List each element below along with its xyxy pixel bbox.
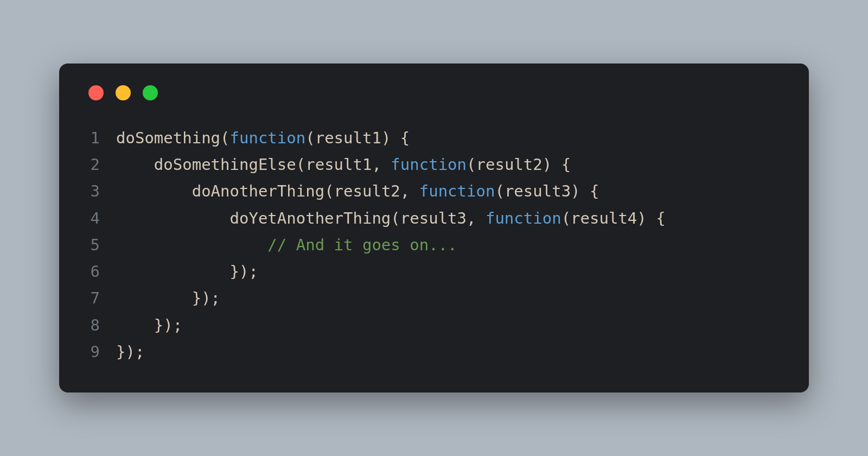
code-line: 1doSomething(function(result1) {	[86, 125, 782, 151]
token-punct: });	[154, 316, 182, 334]
token-punct: ) {	[637, 209, 665, 227]
code-window: 1doSomething(function(result1) {2 doSome…	[59, 64, 809, 393]
line-number: 4	[86, 205, 116, 232]
line-number: 5	[86, 232, 116, 258]
line-content: // And it goes on...	[116, 232, 457, 258]
code-line: 9});	[86, 339, 782, 365]
line-number: 3	[86, 178, 116, 205]
line-number: 1	[86, 125, 116, 151]
token-keyword: function	[419, 182, 495, 200]
token-punct: (	[495, 182, 504, 200]
line-number: 6	[86, 258, 116, 285]
line-number: 7	[86, 285, 116, 312]
line-content: });	[116, 312, 182, 339]
traffic-lights	[86, 85, 782, 100]
token-param: result3	[400, 209, 467, 227]
token-fn: doSomethingElse	[154, 155, 296, 174]
token-punct: ,	[467, 209, 486, 227]
line-content: });	[116, 258, 258, 285]
code-line: 5 // And it goes on...	[86, 232, 782, 258]
token-punct: (	[391, 209, 400, 227]
line-number: 9	[86, 339, 116, 365]
line-content: });	[116, 285, 220, 312]
token-param: result1	[315, 129, 381, 147]
line-number: 8	[86, 312, 116, 339]
token-param: result2	[334, 182, 400, 200]
token-punct: ,	[400, 182, 419, 200]
token-punct: });	[192, 289, 220, 307]
token-punct: (	[467, 155, 476, 174]
token-keyword: function	[486, 209, 561, 227]
token-param: result2	[476, 155, 542, 174]
line-content: doAnotherThing(result2, function(result3…	[116, 178, 599, 205]
traffic-light-close-icon[interactable]	[88, 85, 104, 100]
token-punct: });	[116, 343, 144, 361]
token-punct: (	[296, 155, 305, 174]
token-punct: (	[305, 129, 315, 147]
code-line: 7 });	[86, 285, 782, 312]
code-line: 2 doSomethingElse(result1, function(resu…	[86, 151, 782, 178]
token-punct: (	[561, 209, 571, 227]
line-content: doYetAnotherThing(result3, function(resu…	[116, 205, 666, 232]
code-line: 4 doYetAnotherThing(result3, function(re…	[86, 205, 782, 232]
token-punct: });	[230, 262, 258, 281]
line-content: });	[116, 339, 144, 365]
token-keyword: function	[230, 129, 306, 147]
code-line: 6 });	[86, 258, 782, 285]
token-punct: (	[220, 129, 229, 147]
token-keyword: function	[391, 155, 467, 174]
token-punct: ,	[372, 155, 391, 174]
token-punct: (	[324, 182, 334, 200]
token-comment: // And it goes on...	[267, 236, 457, 254]
line-number: 2	[86, 151, 116, 178]
token-param: result1	[305, 155, 372, 174]
token-fn: doSomething	[116, 129, 220, 147]
token-param: result3	[505, 182, 571, 200]
token-param: result4	[571, 209, 637, 227]
token-punct: ) {	[571, 182, 599, 200]
traffic-light-zoom-icon[interactable]	[143, 85, 158, 100]
code-editor[interactable]: 1doSomething(function(result1) {2 doSome…	[86, 125, 782, 366]
code-line: 8 });	[86, 312, 782, 339]
token-punct: ) {	[381, 129, 410, 147]
token-fn: doAnotherThing	[192, 182, 324, 200]
token-punct: ) {	[542, 155, 571, 174]
token-fn: doYetAnotherThing	[230, 209, 391, 227]
line-content: doSomething(function(result1) {	[116, 125, 410, 151]
line-content: doSomethingElse(result1, function(result…	[116, 151, 571, 178]
traffic-light-minimize-icon[interactable]	[116, 85, 131, 100]
code-line: 3 doAnotherThing(result2, function(resul…	[86, 178, 782, 205]
